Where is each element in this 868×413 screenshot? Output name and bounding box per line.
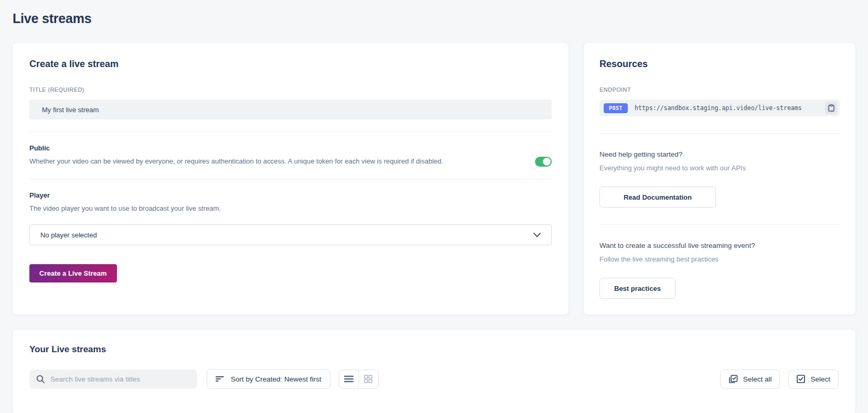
select-all-label: Select all [743,375,772,383]
player-select-value: No player selected [40,231,97,239]
create-live-stream-button[interactable]: Create a Live Stream [29,264,117,282]
public-setting-description: Whether your video can be viewed by ever… [29,157,519,165]
create-card-title: Create a live stream [29,59,552,70]
live-streams-page: Live streams Create a live stream TITLE … [0,11,868,413]
clipboard-icon [828,104,834,112]
best-practices-button[interactable]: Best practices [599,278,676,299]
select-button[interactable]: Select [788,369,839,389]
list-view-button[interactable] [339,370,359,388]
divider [599,224,840,225]
select-all-button[interactable]: Select all [720,369,780,389]
player-setting-texts: Player The video player you want to use … [29,191,552,212]
select-label: Select [810,375,830,383]
best-practices-subheading: Follow the live streaming best practices [599,255,840,263]
public-setting-label: Public [29,144,519,152]
search-box[interactable] [29,369,197,389]
divider [29,179,552,179]
sort-descending-icon [216,376,224,382]
docs-heading: Need help getting started? [599,150,840,158]
divider [29,132,552,132]
player-select[interactable]: No player selected [29,224,552,245]
resources-card: Resources ENDPOINT POST https://sandbox.… [583,42,856,315]
endpoint-label: ENDPOINT [599,86,840,93]
public-toggle[interactable] [535,157,552,167]
grid-view-button[interactable] [359,370,378,388]
public-setting-texts: Public Whether your video can be viewed … [29,144,535,165]
resources-card-title: Resources [599,59,840,70]
select-all-icon [728,375,738,384]
public-setting-row: Public Whether your video can be viewed … [29,144,552,167]
streams-toolbar: Sort by Created: Newest first [29,369,839,389]
player-setting-description: The video player you want to use to broa… [29,204,536,212]
endpoint-bar: POST https://sandbox.staging.api.video/l… [599,100,840,116]
grid-view-icon [364,375,372,383]
search-icon [36,375,45,384]
your-live-streams-card: Your Live streams [12,329,856,413]
docs-subheading: Everything you might need to work with o… [599,164,840,172]
your-live-streams-title: Your Live streams [29,344,839,355]
list-view-icon [344,375,353,383]
sort-button-label: Sort by Created: Newest first [231,375,322,383]
page-title: Live streams [13,11,856,26]
http-method-badge: POST [604,103,628,113]
chevron-down-icon [533,233,541,237]
read-documentation-button[interactable]: Read Documentation [599,187,716,208]
toggle-knob [543,158,551,166]
sort-button[interactable]: Sort by Created: Newest first [207,369,330,389]
select-checkbox-icon [797,375,805,383]
stream-title-input[interactable] [29,100,552,119]
copy-endpoint-button[interactable] [825,102,837,114]
search-input[interactable] [50,375,190,383]
view-mode-toggle [339,369,379,389]
top-row: Create a live stream TITLE (REQUIRED) Pu… [12,42,856,315]
endpoint-url: https://sandbox.staging.api.video/live-s… [635,104,825,112]
selection-buttons: Select all Select [720,369,839,389]
title-field-label: TITLE (REQUIRED) [29,86,552,93]
player-setting-label: Player [29,191,536,199]
divider [599,133,840,134]
create-live-stream-card: Create a live stream TITLE (REQUIRED) Pu… [12,42,569,315]
best-practices-heading: Want to create a successful live streami… [599,242,840,249]
